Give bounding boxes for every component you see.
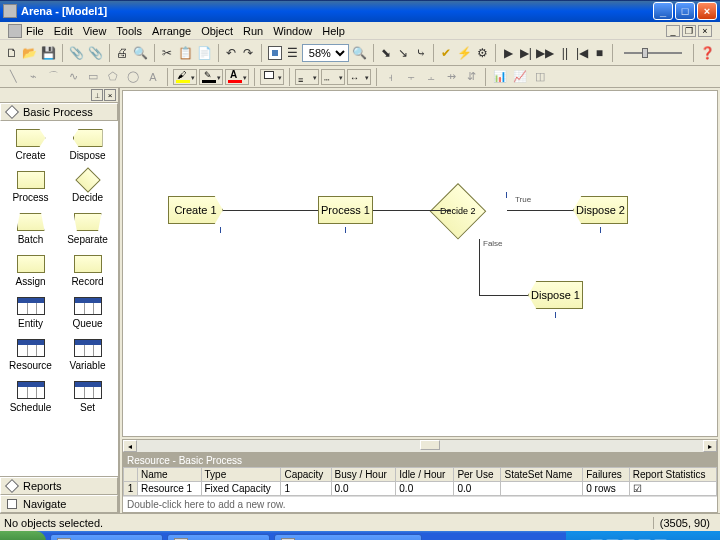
line-style-button[interactable]: ≡▾ <box>295 69 319 85</box>
menu-view[interactable]: View <box>83 25 107 37</box>
report-checkbox[interactable]: ☑ <box>629 482 716 496</box>
scroll-right-button[interactable]: ▸ <box>703 440 717 452</box>
check-button[interactable]: ✔ <box>439 43 454 63</box>
text-color-button[interactable]: A▾ <box>225 69 249 85</box>
arrow-style-button[interactable]: ↔▾ <box>347 69 371 85</box>
task-arena[interactable]: Arena - [Model1] <box>50 534 163 540</box>
connect3-button[interactable]: ⤷ <box>413 43 428 63</box>
panel-navigate[interactable]: Navigate <box>0 495 118 513</box>
align-center-icon[interactable]: ⫟ <box>402 69 420 85</box>
scroll-left-button[interactable]: ◂ <box>123 440 137 452</box>
polygon-icon[interactable]: ⬠ <box>104 69 122 85</box>
col-busy[interactable]: Busy / Hour <box>331 468 396 482</box>
flip-h-icon[interactable]: ⇸ <box>442 69 460 85</box>
scroll-thumb[interactable] <box>420 440 440 450</box>
chart2-icon[interactable]: 📈 <box>511 69 529 85</box>
play-button[interactable]: ▶ <box>501 43 516 63</box>
col-idle[interactable]: Idle / Hour <box>396 468 454 482</box>
module-separate[interactable]: Separate <box>61 213 114 245</box>
panel-reports[interactable]: Reports <box>0 477 118 495</box>
spreadsheet-table[interactable]: Name Type Capacity Busy / Hour Idle / Ho… <box>123 467 717 512</box>
zoom-select[interactable]: 58% <box>302 44 349 62</box>
system-tray[interactable]: EN 12:09 ص <box>566 531 720 540</box>
connect2-button[interactable]: ↘ <box>396 43 411 63</box>
menu-object[interactable]: Object <box>201 25 233 37</box>
module-resource[interactable]: Resource <box>4 339 57 371</box>
menu-help[interactable]: Help <box>322 25 345 37</box>
rect-icon[interactable]: ▭ <box>84 69 102 85</box>
speed-slider[interactable] <box>624 52 683 54</box>
stop-button[interactable]: ■ <box>592 43 607 63</box>
menu-arrange[interactable]: Arrange <box>152 25 191 37</box>
col-type[interactable]: Type <box>201 468 281 482</box>
chart-icon[interactable]: 📊 <box>491 69 509 85</box>
module-process[interactable]: Process <box>4 171 57 203</box>
arc-icon[interactable]: ⌒ <box>44 69 62 85</box>
add-row-hint[interactable]: Double-click here to add a new row. <box>123 496 717 512</box>
open-button[interactable]: 📂 <box>21 43 38 63</box>
align-right-icon[interactable]: ⫠ <box>422 69 440 85</box>
close-button[interactable]: × <box>697 2 717 20</box>
doc-minimize-button[interactable]: _ <box>666 25 680 37</box>
fastfwd-button[interactable]: ▶▶ <box>535 43 555 63</box>
module-record[interactable]: Record <box>61 255 114 287</box>
undo-button[interactable]: ↶ <box>224 43 239 63</box>
dash-style-button[interactable]: ┄▾ <box>321 69 345 85</box>
setup-button[interactable]: ⚙ <box>475 43 490 63</box>
new-button[interactable]: 🗋 <box>4 43 19 63</box>
zoomfit-button[interactable]: 🔍 <box>351 43 368 63</box>
cut-button[interactable]: ✂ <box>160 43 175 63</box>
curve-icon[interactable]: ∿ <box>64 69 82 85</box>
save-button[interactable]: 💾 <box>40 43 57 63</box>
detach-button[interactable]: 📎 <box>87 43 104 63</box>
start-button-tb[interactable]: |◀ <box>575 43 590 63</box>
col-report[interactable]: Report Statistics <box>629 468 716 482</box>
col-peruse[interactable]: Per Use <box>454 468 501 482</box>
task-powerpoint[interactable]: Microsoft PowerPoint ... <box>274 534 422 540</box>
menu-file[interactable]: File <box>26 25 44 37</box>
horizontal-scrollbar[interactable]: ◂ ▸ <box>122 439 718 453</box>
print-button[interactable]: 🖨 <box>115 43 130 63</box>
connect-button[interactable]: ⬊ <box>379 43 394 63</box>
pause-button[interactable]: || <box>557 43 572 63</box>
panel-basic-process[interactable]: Basic Process <box>0 103 118 121</box>
minimize-button[interactable]: _ <box>653 2 673 20</box>
text-icon[interactable]: A <box>144 69 162 85</box>
snap-button[interactable] <box>267 43 283 63</box>
task-paint[interactable]: untitled - Paint <box>167 534 269 540</box>
doc-icon[interactable] <box>8 24 22 38</box>
module-decide[interactable]: Decide <box>61 171 114 203</box>
line-color-button[interactable]: ✎▾ <box>199 69 223 85</box>
node-dispose2[interactable]: Dispose 2 <box>573 196 628 224</box>
menu-window[interactable]: Window <box>273 25 312 37</box>
preview-button[interactable]: 🔍 <box>132 43 149 63</box>
go-button[interactable]: ⚡ <box>456 43 473 63</box>
col-capacity[interactable]: Capacity <box>281 468 331 482</box>
module-dispose[interactable]: Dispose <box>61 129 114 161</box>
module-create[interactable]: Create <box>4 129 57 161</box>
start-button[interactable]: start <box>0 531 46 540</box>
step-button[interactable]: ▶| <box>518 43 533 63</box>
layers-button[interactable]: ☰ <box>285 43 300 63</box>
module-schedule[interactable]: Schedule <box>4 381 57 413</box>
ellipse-icon[interactable]: ◯ <box>124 69 142 85</box>
chart3-icon[interactable]: ◫ <box>531 69 549 85</box>
col-stateset[interactable]: StateSet Name <box>501 468 583 482</box>
module-assign[interactable]: Assign <box>4 255 57 287</box>
module-set[interactable]: Set <box>61 381 114 413</box>
node-dispose1[interactable]: Dispose 1 <box>528 281 583 309</box>
help-button[interactable]: ❓ <box>699 43 716 63</box>
module-batch[interactable]: Batch <box>4 213 57 245</box>
bg-color-button[interactable]: ▾ <box>260 69 284 85</box>
menu-run[interactable]: Run <box>243 25 263 37</box>
copy-button[interactable]: 📋 <box>177 43 194 63</box>
col-failures[interactable]: Failures <box>583 468 630 482</box>
doc-restore-button[interactable]: ❐ <box>682 25 696 37</box>
maximize-button[interactable]: □ <box>675 2 695 20</box>
module-queue[interactable]: Queue <box>61 297 114 329</box>
align-left-icon[interactable]: ⫞ <box>382 69 400 85</box>
col-name[interactable]: Name <box>138 468 202 482</box>
fill-color-button[interactable]: 🖌▾ <box>173 69 197 85</box>
polyline-icon[interactable]: ⌁ <box>24 69 42 85</box>
line-icon[interactable]: ╲ <box>4 69 22 85</box>
